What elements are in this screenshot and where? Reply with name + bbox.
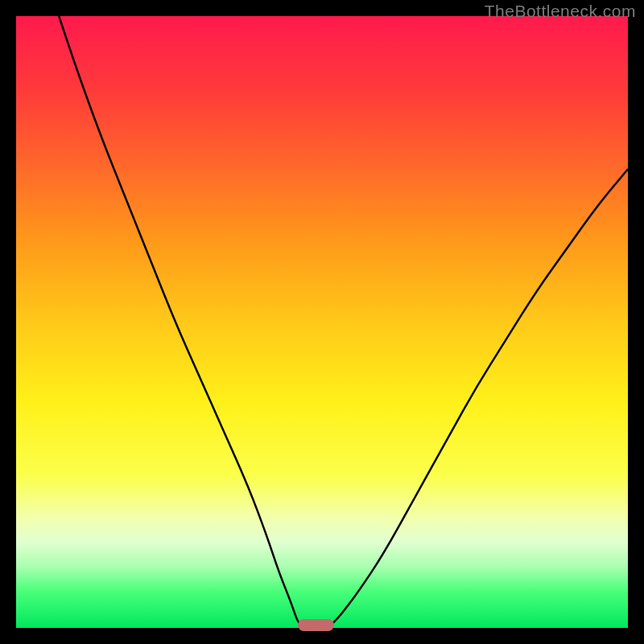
right-curve — [328, 169, 628, 628]
watermark-text: TheBottleneck.com — [485, 2, 636, 21]
chart-frame: TheBottleneck.com — [0, 0, 644, 644]
left-curve — [59, 16, 303, 628]
bottleneck-marker — [298, 619, 335, 631]
curves-svg — [16, 16, 628, 628]
